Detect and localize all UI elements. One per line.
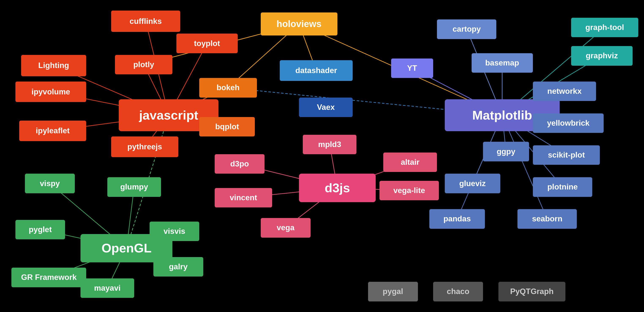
svg-line-34 xyxy=(50,184,126,248)
svg-line-38 xyxy=(126,248,178,267)
svg-line-10 xyxy=(467,29,502,115)
svg-line-22 xyxy=(502,56,602,115)
svg-line-5 xyxy=(51,92,168,115)
svg-line-2 xyxy=(144,65,168,115)
svg-line-20 xyxy=(457,115,502,219)
svg-line-8 xyxy=(168,115,227,127)
graph-visualization xyxy=(0,0,644,312)
svg-line-14 xyxy=(502,115,568,123)
svg-line-18 xyxy=(502,115,547,219)
svg-line-33 xyxy=(338,188,409,191)
svg-line-27 xyxy=(144,24,299,65)
svg-line-16 xyxy=(502,115,506,152)
svg-line-15 xyxy=(502,115,566,155)
svg-line-26 xyxy=(299,24,316,70)
svg-line-9 xyxy=(126,115,169,248)
svg-line-21 xyxy=(502,28,605,115)
svg-line-0 xyxy=(146,21,168,115)
svg-line-25 xyxy=(299,24,502,115)
svg-line-37 xyxy=(126,231,174,248)
svg-line-28 xyxy=(330,144,337,188)
svg-line-35 xyxy=(126,187,134,248)
svg-line-23 xyxy=(228,88,502,115)
svg-line-1 xyxy=(168,44,207,115)
svg-line-4 xyxy=(54,66,168,115)
svg-line-30 xyxy=(244,188,338,198)
svg-line-3 xyxy=(168,88,228,115)
svg-line-29 xyxy=(240,164,338,188)
svg-line-7 xyxy=(145,115,168,146)
svg-line-11 xyxy=(412,68,502,115)
svg-line-36 xyxy=(40,230,126,248)
svg-line-31 xyxy=(286,188,338,228)
svg-line-6 xyxy=(52,115,168,131)
svg-line-32 xyxy=(338,162,410,188)
svg-line-13 xyxy=(502,91,564,115)
svg-line-17 xyxy=(502,115,563,187)
